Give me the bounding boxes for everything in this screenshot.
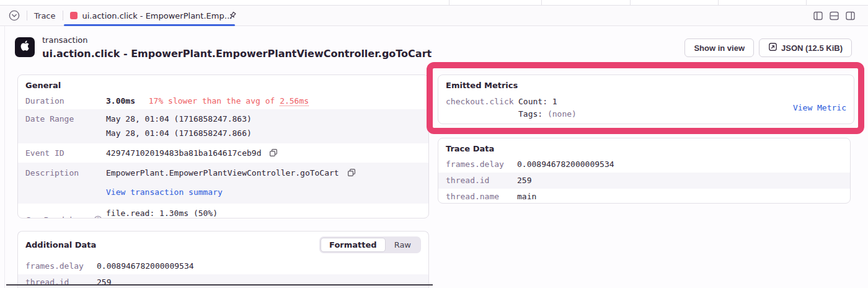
- event-id-value: 429747102019483ba81ba164617ceb9d: [106, 148, 261, 158]
- apple-platform-tile: [15, 37, 35, 57]
- description-value: EmpowerPlant.EmpowerPlantViewController.…: [106, 168, 339, 178]
- additional-data-title: Additional Data: [25, 240, 96, 250]
- layout-split-horizontal-icon[interactable]: [829, 11, 839, 21]
- json-download-button[interactable]: JSON (12.5 KiB): [759, 38, 852, 57]
- trace-data-value: 259: [517, 174, 843, 187]
- layout-controls: [813, 11, 856, 21]
- active-tab-underline: [64, 24, 235, 26]
- page-title: ui.action.click - EmpowerPlant.EmpowerPl…: [42, 48, 432, 60]
- trace-data-key: thread.id: [446, 174, 517, 187]
- row-date-range: Date Range May 28, 01:04 (1716858247.863…: [18, 109, 428, 143]
- table-row: frames.delay 0.008946782000009534: [18, 258, 428, 274]
- metric-count-value: 1: [552, 97, 557, 106]
- trace-data-title: Trace Data: [438, 138, 850, 156]
- column-divider: [630, 0, 631, 5]
- view-transaction-summary-link[interactable]: View transaction summary: [106, 187, 223, 197]
- ops-breakdown-key: Ops Breakdown ?: [25, 214, 106, 219]
- table-row: thread.name main: [438, 189, 850, 204]
- trace-data-value: 0.008946782000009534: [517, 158, 843, 171]
- pin-icon[interactable]: [227, 11, 237, 21]
- column-divider: [449, 0, 450, 5]
- date-range-start: May 28, 01:04 (1716858247.863): [106, 113, 421, 125]
- description-key: Description: [25, 167, 106, 199]
- tab-trace[interactable]: Trace: [34, 11, 56, 20]
- copy-icon[interactable]: [347, 168, 356, 181]
- tab-bar: Trace ui.action.click - EmpowerPlant.Emp…: [0, 6, 868, 26]
- tab-transaction[interactable]: ui.action.click - EmpowerPlant.Emp…: [70, 6, 237, 26]
- copy-icon[interactable]: [269, 148, 278, 161]
- emitted-metrics-title: Emitted Metrics: [438, 75, 854, 93]
- emitted-metric-row: checkout.click Count: 1 Tags: (none) Vie…: [438, 93, 854, 123]
- toggle-formatted[interactable]: Formatted: [321, 238, 386, 252]
- layout-sidebar-right-icon[interactable]: [845, 11, 856, 21]
- table-row: thread.id 259: [438, 173, 850, 189]
- date-range-key: Date Range: [25, 113, 106, 140]
- trace-data-card: Trace Data frames.delay 0.00894678200000…: [438, 138, 851, 204]
- external-link-icon: [768, 42, 777, 53]
- tabbar-divider: [63, 11, 63, 20]
- panel-left-border: [4, 6, 5, 288]
- duration-key: Duration: [25, 95, 106, 107]
- metric-count-label: Count:: [518, 97, 552, 106]
- row-duration: Duration 3.00ms 17% slower than the avg …: [18, 93, 428, 109]
- column-divider: [718, 0, 719, 5]
- additional-data-key: thread.id: [25, 276, 97, 288]
- column-divider: [806, 0, 807, 5]
- row-description: Description EmpowerPlant.EmpowerPlantVie…: [18, 163, 428, 204]
- duration-comparison: 17% slower than the avg of: [149, 96, 280, 106]
- general-title: General: [18, 75, 428, 93]
- viewport-bottom-edge: [6, 284, 433, 286]
- layout-sidebar-left-icon[interactable]: [813, 11, 823, 21]
- metric-tags-value: (none): [547, 109, 577, 119]
- header-actions: Show in view JSON (12.5 KiB): [684, 38, 852, 57]
- general-card: General Duration 3.00ms 17% slower than …: [17, 74, 429, 218]
- additional-data-key: frames.delay: [25, 260, 97, 272]
- trace-data-key: frames.delay: [446, 158, 517, 171]
- row-event-id: Event ID 429747102019483ba81ba164617ceb9…: [18, 143, 428, 163]
- row-ops-breakdown: Ops Breakdown ? file.read: 1.30ms (50%) …: [18, 204, 428, 218]
- additional-data-header: Additional Data Formatted Raw: [18, 232, 428, 258]
- transaction-marker-icon: [70, 12, 78, 19]
- chevron-down-circle-icon[interactable]: [9, 10, 20, 21]
- help-icon[interactable]: ?: [94, 215, 102, 219]
- svg-text:?: ?: [97, 217, 99, 218]
- duration-value: 3.00ms: [106, 96, 135, 106]
- event-id-key: Event ID: [25, 147, 106, 161]
- ops-breakdown-line1: file.read: 1.30ms (50%): [106, 207, 421, 218]
- apple-icon: [19, 40, 31, 55]
- table-row: thread.id 259: [18, 274, 428, 288]
- duration-average: 2.56ms: [280, 96, 309, 106]
- date-range-end: May 28, 01:04 (1716858247.866): [106, 127, 421, 140]
- emitted-metrics-card: Emitted Metrics checkout.click Count: 1 …: [438, 74, 854, 124]
- tabbar-divider: [27, 11, 27, 20]
- trace-data-value: main: [517, 191, 843, 203]
- format-toggle: Formatted Raw: [319, 236, 421, 253]
- show-in-view-button[interactable]: Show in view: [684, 38, 754, 57]
- json-button-label: JSON (12.5 KiB): [781, 43, 843, 53]
- toggle-raw[interactable]: Raw: [386, 238, 420, 252]
- view-metric-link[interactable]: View Metric: [793, 103, 846, 112]
- metric-tags-label: Tags:: [518, 109, 547, 119]
- tab-transaction-label: ui.action.click - EmpowerPlant.Emp…: [82, 11, 222, 20]
- trace-data-key: thread.name: [446, 191, 517, 203]
- column-divider: [541, 0, 542, 5]
- metric-name: checkout.click: [446, 96, 518, 108]
- trace-detail-panel: Trace ui.action.click - EmpowerPlant.Emp…: [0, 0, 868, 288]
- additional-data-value: 259: [97, 276, 421, 288]
- event-type-label: transaction: [42, 35, 87, 45]
- additional-data-value: 0.008946782000009534: [97, 260, 421, 272]
- table-row: frames.delay 0.008946782000009534: [438, 156, 850, 173]
- additional-data-card: Additional Data Formatted Raw frames.del…: [17, 231, 429, 288]
